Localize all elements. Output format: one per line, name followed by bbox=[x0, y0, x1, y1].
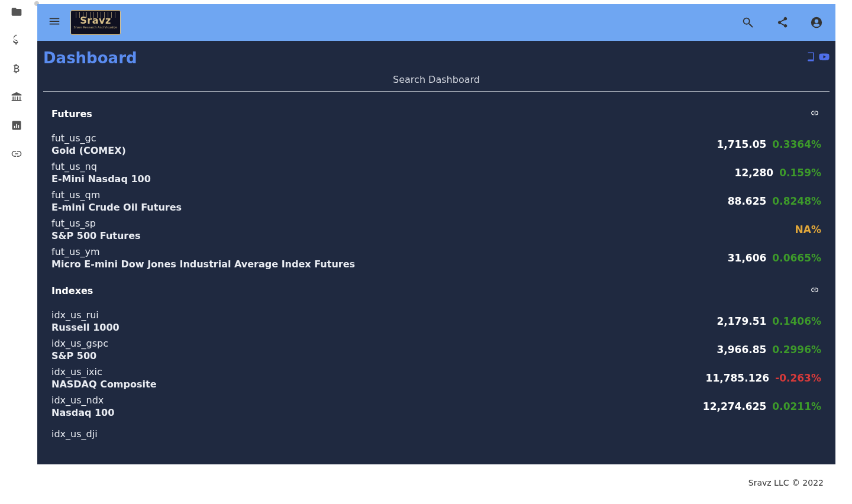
ticker-row[interactable]: idx_us_ruiRussell 10002,179.510.1406% bbox=[43, 307, 830, 335]
docs-link[interactable] bbox=[806, 51, 816, 64]
ticker-symbol: idx_us_dji bbox=[51, 428, 821, 440]
futures-section: Futures fut_us_gcGold (COMEX)1,715.050.3… bbox=[43, 108, 830, 272]
menu-icon bbox=[48, 15, 61, 28]
ticker-price: 3,966.85 bbox=[717, 344, 766, 356]
ticker-row[interactable]: fut_us_spS&P 500 FuturesNA% bbox=[43, 215, 830, 244]
ticker-desc: Nasdaq 100 bbox=[51, 407, 703, 418]
ticker-row[interactable]: fut_us_qmE-mini Crude Oil Futures88.6250… bbox=[43, 187, 830, 215]
ticker-change: 0.1406% bbox=[772, 315, 821, 327]
indexes-link-button[interactable] bbox=[808, 285, 821, 296]
ticker-row[interactable]: idx_us_gspcS&P 5003,966.850.2996% bbox=[43, 335, 830, 364]
ticker-price: 1,715.05 bbox=[717, 138, 766, 150]
ticker-change: 0.2996% bbox=[772, 344, 821, 356]
ticker-row[interactable]: idx_us_ixicNASDAQ Composite11,785.126-0.… bbox=[43, 364, 830, 392]
menu-button[interactable] bbox=[48, 15, 61, 30]
ticker-symbol: idx_us_ixic bbox=[51, 366, 706, 377]
ticker-change: -0.263% bbox=[775, 372, 821, 384]
ticker-price: 88.625 bbox=[728, 195, 767, 207]
ticker-desc: Russell 1000 bbox=[51, 322, 717, 333]
logo-text: Sravz bbox=[80, 16, 111, 25]
nav-analytics[interactable] bbox=[9, 118, 24, 133]
ticker-desc: NASDAQ Composite bbox=[51, 379, 706, 390]
search-input[interactable]: Search Dashboard bbox=[393, 74, 480, 85]
ticker-desc: Micro E-mini Dow Jones Industrial Averag… bbox=[51, 259, 728, 270]
ticker-symbol: fut_us_gc bbox=[51, 133, 717, 144]
bank-icon bbox=[11, 91, 22, 103]
ticker-desc: S&P 500 Futures bbox=[51, 230, 795, 241]
ticker-change: 0.0665% bbox=[772, 252, 821, 264]
page-title: Dashboard bbox=[43, 49, 137, 67]
search-button[interactable] bbox=[740, 14, 756, 31]
futures-title: Futures bbox=[51, 108, 92, 119]
nav-bank[interactable] bbox=[9, 90, 24, 104]
account-circle-icon bbox=[810, 16, 823, 29]
nav-crypto[interactable] bbox=[9, 62, 24, 76]
ticker-price: 31,606 bbox=[728, 252, 767, 264]
ticker-symbol: idx_us_rui bbox=[51, 309, 717, 321]
ticker-row[interactable]: fut_us_nqE-Mini Nasdaq 10012,2800.159% bbox=[43, 159, 830, 187]
ticker-desc: Gold (COMEX) bbox=[51, 145, 717, 156]
nav-folder[interactable] bbox=[9, 5, 24, 19]
logo-subtitle: Share Research And Visualize bbox=[74, 26, 118, 29]
ticker-price: 2,179.51 bbox=[717, 315, 766, 327]
chart-box-icon bbox=[11, 119, 22, 131]
ticker-row[interactable]: idx_us_ndxNasdaq 10012,274.6250.0211% bbox=[43, 392, 830, 421]
search-icon bbox=[741, 16, 754, 29]
link-icon bbox=[808, 109, 821, 117]
top-bar: Sravz Share Research And Visualize bbox=[37, 4, 835, 41]
ticker-desc: E-Mini Nasdaq 100 bbox=[51, 173, 735, 185]
ticker-symbol: idx_us_ndx bbox=[51, 395, 703, 406]
ticker-desc: E-mini Crude Oil Futures bbox=[51, 202, 728, 213]
ticker-symbol: fut_us_qm bbox=[51, 189, 728, 201]
side-nav bbox=[0, 0, 33, 504]
share-icon bbox=[776, 16, 789, 29]
footer-text: Sravz LLC © 2022 bbox=[748, 478, 824, 487]
futures-link-button[interactable] bbox=[808, 108, 821, 119]
ticker-change: 0.3364% bbox=[772, 138, 821, 150]
ticker-symbol: fut_us_sp bbox=[51, 218, 795, 229]
ticker-symbol: fut_us_nq bbox=[51, 161, 735, 172]
account-button[interactable] bbox=[808, 14, 825, 31]
ticker-desc: S&P 500 bbox=[51, 350, 717, 361]
indexes-title: Indexes bbox=[51, 285, 93, 296]
book-icon bbox=[806, 51, 816, 62]
app-logo[interactable]: Sravz Share Research And Visualize bbox=[70, 10, 121, 35]
youtube-link[interactable] bbox=[819, 51, 830, 64]
nav-currency[interactable] bbox=[9, 33, 24, 47]
ticker-change: 0.0211% bbox=[772, 400, 821, 412]
ticker-symbol: idx_us_gspc bbox=[51, 338, 717, 349]
dollar-icon bbox=[11, 34, 22, 46]
ticker-change: NA% bbox=[795, 224, 821, 235]
ticker-change: 0.8248% bbox=[772, 195, 821, 207]
ticker-row[interactable]: fut_us_ymMicro E-mini Dow Jones Industri… bbox=[43, 244, 830, 272]
folder-icon bbox=[11, 6, 22, 18]
indexes-section: Indexes idx_us_ruiRussell 10002,179.510.… bbox=[43, 285, 830, 448]
ticker-price: 12,274.625 bbox=[703, 400, 767, 412]
ticker-row[interactable]: idx_us_dji bbox=[43, 421, 830, 448]
ticker-symbol: fut_us_ym bbox=[51, 246, 728, 257]
bitcoin-icon bbox=[11, 63, 22, 75]
ticker-row[interactable]: fut_us_gcGold (COMEX)1,715.050.3364% bbox=[43, 130, 830, 159]
ticker-price: 11,785.126 bbox=[706, 372, 770, 384]
ticker-change: 0.159% bbox=[779, 167, 821, 179]
share-button[interactable] bbox=[774, 14, 790, 31]
nav-link[interactable] bbox=[9, 147, 24, 161]
youtube-icon bbox=[819, 51, 830, 62]
link-icon bbox=[808, 286, 821, 294]
ticker-price: 12,280 bbox=[735, 167, 774, 179]
link-icon bbox=[11, 148, 22, 160]
